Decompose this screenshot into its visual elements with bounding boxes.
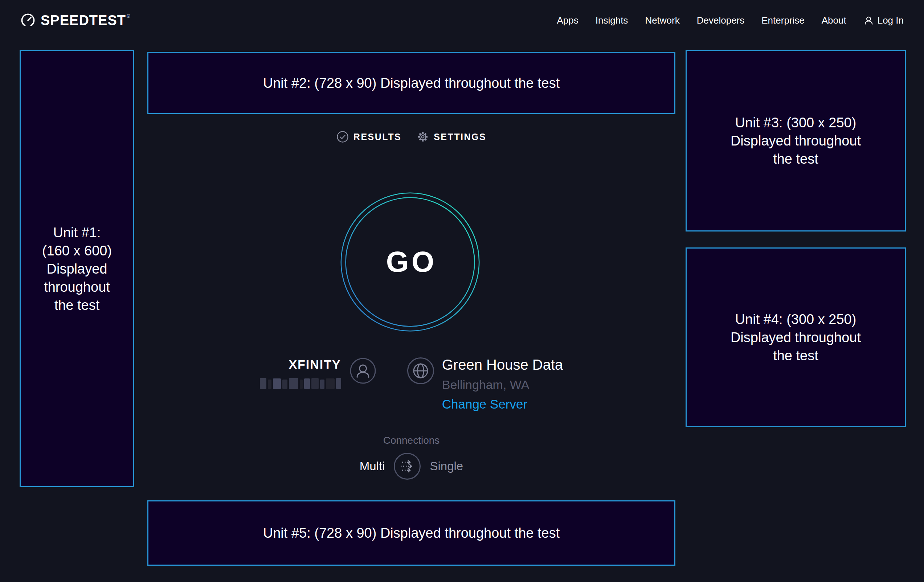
connections-toggle-icon[interactable] bbox=[393, 452, 421, 480]
server-block: Green House Data Bellingham, WA Change S… bbox=[442, 357, 563, 411]
ad-unit-4-label: Unit #4: (300 x 250) Displayed throughou… bbox=[731, 310, 861, 364]
nav-item-apps[interactable]: Apps bbox=[557, 15, 579, 26]
go-label: GO bbox=[340, 192, 480, 331]
user-icon bbox=[863, 15, 874, 26]
tab-results-label: RESULTS bbox=[353, 132, 401, 142]
tab-settings[interactable]: SETTINGS bbox=[417, 130, 486, 143]
nav-item-about[interactable]: About bbox=[822, 15, 846, 26]
nav-item-enterprise[interactable]: Enterprise bbox=[761, 15, 805, 26]
top-nav: SPEEDTEST ® Apps Insights Network Develo… bbox=[0, 0, 924, 41]
connections-toggle-row: Multi Single bbox=[147, 452, 675, 480]
ad-unit-4: Unit #4: (300 x 250) Displayed throughou… bbox=[686, 247, 906, 427]
connections-option-multi[interactable]: Multi bbox=[360, 459, 385, 473]
server-name: Green House Data bbox=[442, 357, 563, 372]
connections-label: Connections bbox=[147, 435, 675, 446]
speedometer-icon bbox=[20, 13, 36, 28]
check-circle-icon bbox=[337, 130, 349, 143]
ad-unit-2-label: Unit #2: (728 x 90) Displayed throughout… bbox=[263, 74, 559, 92]
tab-settings-label: SETTINGS bbox=[434, 132, 486, 142]
provider-block: XFINITY bbox=[260, 357, 341, 389]
globe-icon bbox=[407, 357, 434, 385]
provider-server-row: XFINITY Green House Data Bellingham, WA … bbox=[147, 357, 675, 411]
connections-option-single[interactable]: Single bbox=[430, 459, 463, 473]
ad-unit-1: Unit #1: (160 x 600) Displayed throughou… bbox=[20, 50, 134, 487]
speedtest-logo[interactable]: SPEEDTEST ® bbox=[20, 13, 130, 28]
ad-unit-3-label: Unit #3: (300 x 250) Displayed throughou… bbox=[731, 114, 861, 168]
nav-item-insights[interactable]: Insights bbox=[596, 15, 628, 26]
server-location: Bellingham, WA bbox=[442, 378, 530, 392]
ad-unit-5: Unit #5: (728 x 90) Displayed throughout… bbox=[147, 500, 675, 566]
ad-unit-2: Unit #2: (728 x 90) Displayed throughout… bbox=[147, 52, 675, 114]
main-nav: Apps Insights Network Developers Enterpr… bbox=[557, 15, 904, 26]
ad-unit-1-label: Unit #1: (160 x 600) Displayed throughou… bbox=[42, 224, 112, 314]
ad-unit-3: Unit #3: (300 x 250) Displayed throughou… bbox=[686, 50, 906, 231]
nav-item-developers[interactable]: Developers bbox=[697, 15, 745, 26]
tab-results[interactable]: RESULTS bbox=[337, 130, 401, 143]
gear-icon bbox=[417, 130, 429, 143]
logo-text: SPEEDTEST ® bbox=[41, 13, 130, 28]
speedtest-page: SPEEDTEST ® Apps Insights Network Develo… bbox=[0, 0, 924, 582]
change-server-link[interactable]: Change Server bbox=[442, 397, 527, 411]
ad-unit-5-label: Unit #5: (728 x 90) Displayed throughout… bbox=[263, 524, 559, 542]
user-avatar-icon bbox=[350, 358, 376, 384]
nav-item-login[interactable]: Log In bbox=[863, 15, 904, 26]
provider-name: XFINITY bbox=[289, 357, 341, 371]
trademark-mark: ® bbox=[127, 13, 130, 19]
nav-item-network[interactable]: Network bbox=[645, 15, 680, 26]
go-button[interactable]: GO bbox=[340, 192, 480, 331]
tabs-row: RESULTS SETTINGS bbox=[147, 130, 675, 143]
redacted-ip bbox=[260, 378, 341, 389]
